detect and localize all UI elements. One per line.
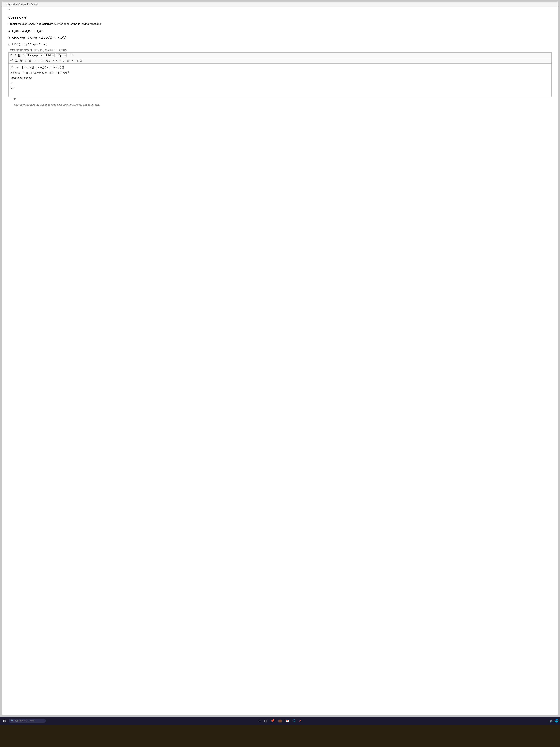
editor-line-2: = (69.9) – (130.6 + 1/2 x 205) = – 163.2… xyxy=(11,71,549,75)
p-indicator-top: P xyxy=(2,7,558,13)
edit-icon[interactable]: ✓ xyxy=(24,59,27,62)
size-select[interactable]: 14px xyxy=(56,53,67,57)
reaction-b: b. CH3OH(g) + 3 O2(g) → 2 CO2(g) + 4 H2O… xyxy=(8,35,552,40)
italic-button[interactable]: I xyxy=(14,53,16,57)
editor-line-5: C). xyxy=(11,85,549,90)
superscript-button[interactable]: x2 xyxy=(10,59,14,63)
paragraph-icon[interactable]: ¶ xyxy=(56,59,58,62)
reaction-a-label: a. H2(g) + ½ O2(g) → H2O(l) xyxy=(8,29,44,32)
reaction-c: c. HCl(g) → H3O+(aq) + Cl–(aq) xyxy=(8,42,552,47)
editor-area[interactable]: A). ΔS° = [S°H2O(l)] – [S°H2(g) + 1/2 S°… xyxy=(8,63,552,97)
reaction-a: a. H2(g) + ½ O2(g) → H2O(l) xyxy=(8,29,552,33)
bookmark-icon[interactable]: ⚑ xyxy=(71,59,74,62)
taskbar-folder-icon[interactable]: 💼 xyxy=(277,718,283,723)
close-icon[interactable]: ✕ xyxy=(79,59,83,62)
question-body: QUESTION 6 Predict the sign of ΔSo and c… xyxy=(2,13,558,715)
desktop-bottom xyxy=(0,725,560,747)
subscript-button[interactable]: X2 xyxy=(15,59,19,63)
completion-bar-label: Question Completion Status: xyxy=(8,3,38,5)
taskbar-mail-icon[interactable]: 💌 xyxy=(285,718,290,723)
question-title: QUESTION 6 xyxy=(8,16,552,19)
taskbar-search-box[interactable]: 🔍 xyxy=(9,719,46,723)
taskbar-right: 🔈 🌐 xyxy=(550,719,559,723)
font-select[interactable]: Arial xyxy=(44,53,55,57)
paragraph-select[interactable]: Paragraph xyxy=(26,53,43,57)
taskbar-network-icon[interactable]: 🌐 xyxy=(555,719,559,723)
start-button[interactable]: ⊞ xyxy=(1,718,7,723)
abc-icon[interactable]: ABC xyxy=(45,59,51,62)
table-insert-icon[interactable]: ⊤ xyxy=(33,59,36,62)
question-text: Predict the sign of ΔSo and calculate ΔS… xyxy=(8,22,552,26)
search-icon: 🔍 xyxy=(11,719,14,722)
emoji-icon[interactable]: ☺ xyxy=(66,59,70,62)
dash-icon[interactable]: — xyxy=(37,59,41,62)
taskbar: ⊞ 🔍 ○ ◫ 📌 💼 💌 G ✕ 🔈 🌐 xyxy=(0,717,560,725)
save-hint: Click Save and Submit to save and submit… xyxy=(8,101,552,109)
editor-line-1: A). ΔS° = [S°H2O(l)] – [S°H2(g) + 1/2 S°… xyxy=(11,66,549,70)
chevron-down-icon: ▼ xyxy=(5,3,7,5)
editor-line-3: entropy is negative xyxy=(11,76,549,80)
taskbar-chrome-icon[interactable]: G xyxy=(292,718,296,723)
toolbar-hint: For the toolbar, press ALT+F10 (PC) or A… xyxy=(8,49,552,51)
p-indicator-bottom: P xyxy=(8,97,552,101)
underline-button[interactable]: U xyxy=(18,53,21,57)
table-grid-icon[interactable]: ⊞ xyxy=(75,59,79,62)
taskbar-volume-icon[interactable]: 🔈 xyxy=(550,719,553,723)
taskbar-pin1-icon[interactable]: 📌 xyxy=(270,718,275,723)
taskbar-center-icons: ○ ◫ 📌 💼 💌 G ✕ xyxy=(258,718,302,723)
search-input[interactable] xyxy=(15,719,43,722)
plus-icon[interactable]: ± xyxy=(42,59,44,62)
toolbar-row2: x2 X2 ⛓ ✓ ⇅ ⊤ — ± ABC ✓ ¶ ” Ω ☺ ⚑ ⊞ ✕ xyxy=(8,58,552,63)
strikethrough-button[interactable]: S xyxy=(22,53,25,57)
taskbar-close-icon[interactable]: ✕ xyxy=(298,718,302,723)
taskbar-circle-icon[interactable]: ○ xyxy=(258,718,261,723)
toolbar-row1: B I U S Paragraph Arial 14px ≡ ≡ xyxy=(8,52,552,58)
editor-line-4: B). xyxy=(11,81,549,85)
question-completion-bar: ▼ Question Completion Status: xyxy=(2,2,558,7)
link-icon[interactable]: ⛓ xyxy=(20,59,23,62)
check-icon[interactable]: ✓ xyxy=(52,59,55,62)
quote-icon[interactable]: ” xyxy=(59,59,61,62)
expand-icon[interactable]: ⇅ xyxy=(28,59,32,62)
taskbar-taskview-icon[interactable]: ◫ xyxy=(264,718,268,723)
omega-icon[interactable]: Ω xyxy=(62,59,65,62)
list-icon[interactable]: ≡ xyxy=(68,53,70,57)
list-icon2[interactable]: ≡ xyxy=(72,53,74,57)
reaction-c-label: c. HCl(g) → H3O+(aq) + Cl–(aq) xyxy=(8,43,47,46)
reaction-b-label: b. CH3OH(g) + 3 O2(g) → 2 CO2(g) + 4 H2O… xyxy=(8,36,66,39)
bold-button[interactable]: B xyxy=(10,53,13,57)
